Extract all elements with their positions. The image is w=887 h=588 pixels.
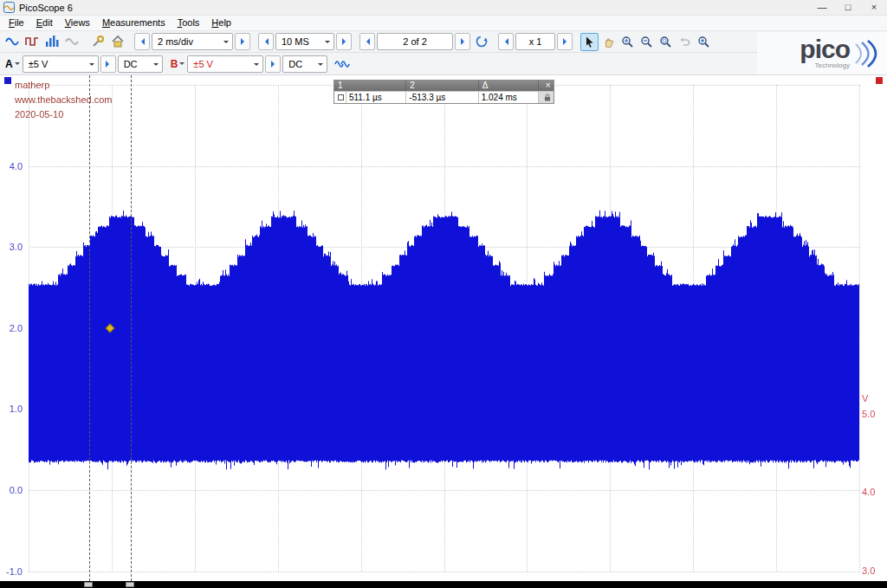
maximize-button[interactable]: □ [835,0,861,16]
channel-b-expand-button[interactable] [265,55,281,73]
undo-zoom-tool-button[interactable] [676,33,694,51]
channel-b-coupling: DC [288,59,302,69]
zoom-next-button[interactable] [557,33,573,50]
zoom-prev-button[interactable] [498,33,514,50]
time-ruler-2-handle[interactable] [126,582,134,587]
minimize-button[interactable]: — [809,0,835,16]
pan-tool-button[interactable] [599,33,618,51]
close-button[interactable]: × [861,0,887,16]
chevron-down-icon [153,63,159,68]
y-axis-tick-left: 1.0 [2,404,23,414]
menu-edit[interactable]: Edit [30,16,59,31]
time-ruler-2[interactable] [131,75,132,581]
spectrum-view-button[interactable] [42,33,61,51]
window-title: PicoScope 6 [19,3,73,13]
title-bar: PicoScope 6 — □ × [0,0,887,16]
scope-view-button[interactable] [3,33,21,51]
zoom-overview-icon [697,36,710,48]
awg-wave-icon [334,57,350,71]
channel-a-marker[interactable] [4,77,11,84]
buffer-display[interactable]: 2 of 2 [377,33,453,50]
time-ruler-1-handle[interactable] [84,582,93,587]
annotation-author: matherp [15,78,49,93]
zoom-in-icon [621,36,634,48]
channel-a-expand-button[interactable] [100,55,116,73]
buffer-navigator-button[interactable] [472,33,490,51]
channel-b-range: ±5 V [193,59,213,69]
marquee-zoom-tool-button[interactable] [657,33,675,51]
select-tool-button[interactable] [580,33,599,51]
square-wave-view-button[interactable] [23,33,41,51]
next-arrow-icon [461,38,468,45]
wrench-icon [91,35,105,48]
menu-measurements[interactable]: Measurements [96,16,172,31]
zoom-overview-tool-button[interactable] [695,33,713,51]
samples-next-button[interactable] [336,33,352,50]
cursor-arrow-icon [583,36,596,48]
ruler-lock-cell[interactable] [539,91,554,103]
menu-help[interactable]: Help [205,16,237,31]
signal-generator-button[interactable] [333,55,351,73]
menu-tools[interactable]: Tools [172,16,206,31]
waveform-canvas[interactable] [0,75,887,581]
annotation-url: www.thebackshed.com [15,93,113,107]
menu-bar: File Edit Views Measurements Tools Help [0,16,887,31]
undo-arrow-icon [678,36,691,48]
samples-prev-button[interactable] [258,33,274,50]
timebase-prev-button[interactable] [134,33,150,50]
timebase-next-button[interactable] [235,33,250,50]
chevron-down-icon [15,62,20,68]
ruler-2-value: -513.3 µs [406,91,478,103]
channel-a-coupling-select[interactable]: DC [118,55,163,73]
next-arrow-icon [241,38,248,45]
samples-select[interactable]: 10 MS [275,33,334,50]
channel-b-label-button[interactable]: B [171,58,185,70]
channel-b-coupling-select[interactable]: DC [282,55,327,73]
y-axis-tick-left: 3.0 [2,242,23,252]
buffer-prev-button[interactable] [359,33,375,50]
buffer-next-button[interactable] [455,33,470,50]
channel-b-range-select[interactable]: ±5 V [187,55,263,73]
chevron-down-icon [254,63,259,68]
app-icon [3,2,15,13]
menu-views[interactable]: Views [59,16,96,31]
lock-icon [544,94,551,101]
zoom-out-icon [640,36,653,48]
chevron-down-icon [325,41,330,46]
channel-a-range-select[interactable]: ±5 V [23,55,99,73]
zoom-out-tool-button[interactable] [638,33,656,51]
channel-b-marker[interactable] [876,77,883,84]
channel-toolbar: A ±5 V DC B ±5 V DC [0,53,887,75]
scope-view-icon [5,35,19,48]
ruler-legend-close-button[interactable]: × [539,81,554,91]
chevron-down-icon [318,63,323,68]
menu-file[interactable]: File [3,16,30,31]
ruler-legend[interactable]: 1 2 Δ × 511.1 µs -513.3 µs 1.024 ms [333,80,554,104]
setup-wizard-button[interactable] [88,33,107,51]
channel-a-label-button[interactable]: A [5,58,20,70]
prev-arrow-icon [262,38,269,45]
xy-view-button[interactable] [62,33,81,51]
zoom-display[interactable]: x 1 [515,33,555,50]
ruler-delta-value: 1.024 ms [479,91,539,103]
timebase-select[interactable]: 2 ms/div [152,33,233,50]
logo-waves-icon [852,39,878,68]
ruler-1-header: 1 [334,81,406,91]
samples-value: 10 MS [282,36,309,47]
home-button[interactable] [108,33,126,51]
time-ruler-1[interactable] [89,75,90,581]
xy-view-icon [65,35,79,48]
home-icon [111,35,125,48]
ruler-swatch-cell [334,91,346,103]
y-axis-tick-right: 5.0 [862,409,884,419]
pico-logo: pico Technology [757,32,887,74]
square-wave-icon [25,35,39,48]
scope-view: 4.0 3.0 2.0 1.0 0.0 -1.0 V 5.0 4.0 3.0 m… [0,75,887,581]
ruler-swatch-icon [338,94,344,100]
zoom-in-tool-button[interactable] [618,33,637,51]
y-axis-unit-right: V [862,393,868,404]
chevron-down-icon [89,63,94,68]
ruler-delta-header: Δ [479,81,539,91]
prev-arrow-icon [363,38,370,45]
ruler-1-value: 511.1 µs [346,91,406,103]
